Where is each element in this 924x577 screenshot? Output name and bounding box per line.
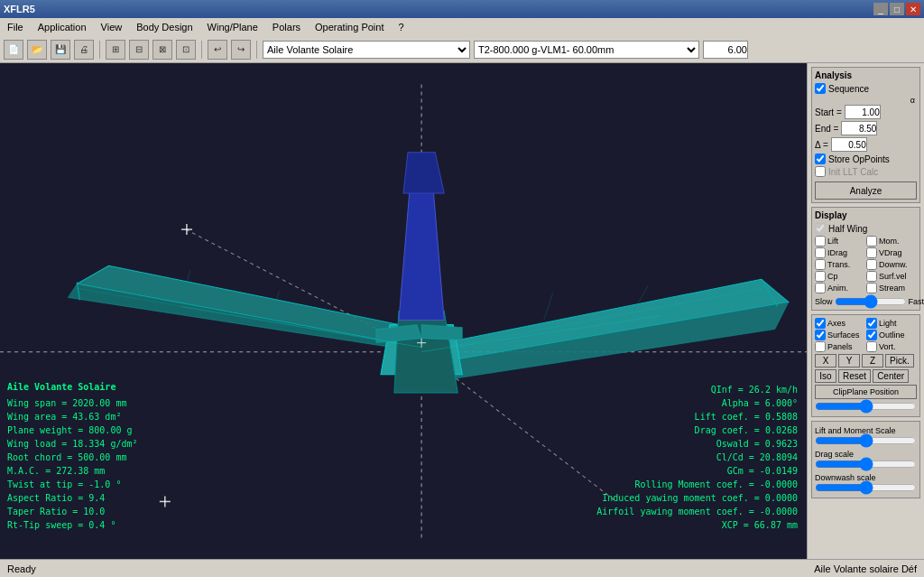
perf-overlay: QInf = 26.2 km/h Alpha = 6.000° Lift coe… bbox=[596, 383, 798, 532]
perf-line-10: XCP = 66.87 mm bbox=[596, 518, 798, 532]
surfvel-checkbox[interactable] bbox=[866, 271, 877, 282]
menu-help[interactable]: ? bbox=[394, 22, 407, 33]
outline-checkbox[interactable] bbox=[866, 330, 877, 340]
menu-view[interactable]: View bbox=[97, 22, 126, 33]
anim-label: Anim. bbox=[827, 284, 848, 293]
menu-body-design[interactable]: Body Design bbox=[133, 22, 196, 33]
sequence-checkbox[interactable] bbox=[815, 83, 826, 94]
info-title: Aile Volante Solaire bbox=[7, 380, 138, 394]
delta-row: Δ = bbox=[815, 137, 917, 152]
light-item: Light bbox=[866, 318, 917, 329]
perf-line-0: QInf = 26.2 km/h bbox=[596, 383, 798, 396]
center-button[interactable]: Center bbox=[873, 369, 909, 383]
info-line-3: Wing load = 18.334 g/dm² bbox=[7, 437, 138, 451]
end-input[interactable] bbox=[841, 121, 877, 135]
delta-input[interactable] bbox=[831, 137, 867, 152]
view-checkboxes: Axes Light Surfaces Outline Panels bbox=[815, 318, 917, 352]
btn5[interactable]: ⊞ bbox=[106, 40, 125, 60]
panels-item: Panels bbox=[815, 341, 865, 352]
vort-checkbox[interactable] bbox=[866, 341, 877, 352]
clipplane-slider[interactable] bbox=[815, 401, 917, 412]
cp-checkbox[interactable] bbox=[815, 271, 826, 282]
open-btn[interactable]: 📂 bbox=[27, 40, 47, 60]
downwash-slider[interactable] bbox=[815, 482, 917, 493]
clipplane-button[interactable]: ClipPlane Position bbox=[815, 385, 917, 399]
speed-slider[interactable] bbox=[835, 296, 907, 307]
perf-line-5: Cl/Cd = 20.8094 bbox=[596, 451, 798, 464]
alpha-input[interactable]: 6.00 bbox=[703, 41, 748, 59]
perf-line-8: Induced yawing moment coef. = 0.0000 bbox=[596, 491, 798, 505]
btn6[interactable]: ⊟ bbox=[129, 40, 149, 60]
status-bar: Ready Aile Volante solaire Déf bbox=[0, 559, 924, 577]
plane-select[interactable]: Aile Volante Solaire bbox=[263, 41, 470, 59]
info-line-6: Twist at tip = -1.0 ° bbox=[7, 478, 138, 491]
mom-checkbox[interactable] bbox=[866, 236, 877, 247]
fast-label: Fast bbox=[909, 297, 924, 306]
speed-slider-container: Slow Fast bbox=[815, 296, 917, 307]
window-controls: _ □ ✕ bbox=[873, 3, 920, 15]
stream-checkbox[interactable] bbox=[866, 283, 877, 293]
btn7[interactable]: ⊠ bbox=[152, 40, 172, 60]
print-btn[interactable]: 🖨 bbox=[74, 40, 94, 60]
title-bar: XFLR5 _ □ ✕ bbox=[0, 0, 924, 18]
display-group: Display Half Wing Lift Mom. IDrag bbox=[811, 207, 920, 311]
3d-viewport[interactable]: Aile Volante Solaire Wing span = 2020.00… bbox=[0, 63, 807, 559]
start-row: Start = bbox=[815, 105, 917, 119]
stream-item: Stream bbox=[866, 283, 917, 293]
analyze-button[interactable]: Analyze bbox=[815, 181, 917, 200]
analysis-select[interactable]: T2-800.000 g-VLM1- 60.00mm bbox=[474, 41, 699, 59]
lift-checkbox[interactable] bbox=[815, 236, 826, 247]
anim-checkbox[interactable] bbox=[815, 283, 826, 293]
half-wing-checkbox[interactable] bbox=[815, 223, 826, 234]
lift-moment-slider[interactable] bbox=[815, 435, 917, 446]
menu-application[interactable]: Application bbox=[34, 22, 90, 33]
menu-polars[interactable]: Polars bbox=[269, 22, 304, 33]
start-input[interactable] bbox=[845, 105, 881, 119]
surfaces-checkbox[interactable] bbox=[815, 330, 826, 340]
status-left: Ready bbox=[7, 563, 36, 574]
trans-checkbox[interactable] bbox=[815, 259, 826, 270]
btn8[interactable]: ⊡ bbox=[176, 40, 196, 60]
y-view-button[interactable]: Y bbox=[838, 354, 860, 368]
close-btn[interactable]: ✕ bbox=[906, 3, 920, 15]
pick-button[interactable]: Pick. bbox=[885, 354, 914, 368]
redo-btn[interactable]: ↪ bbox=[231, 40, 251, 60]
undo-btn[interactable]: ↩ bbox=[208, 40, 227, 60]
iso-button[interactable]: Iso bbox=[815, 369, 836, 383]
perf-line-3: Drag coef. = 0.0268 bbox=[596, 423, 798, 437]
maximize-btn[interactable]: □ bbox=[890, 3, 904, 15]
display-title: Display bbox=[815, 210, 917, 220]
x-view-button[interactable]: X bbox=[815, 354, 836, 368]
start-label: Start = bbox=[815, 107, 842, 117]
half-wing-label: Half Wing bbox=[828, 224, 867, 234]
perf-line-1: Alpha = 6.000° bbox=[596, 396, 798, 410]
info-line-1: Wing area = 43.63 dm² bbox=[7, 410, 138, 423]
z-view-button[interactable]: Z bbox=[862, 354, 883, 368]
menu-wing-plane[interactable]: Wing/Plane bbox=[204, 22, 262, 33]
menu-file[interactable]: File bbox=[4, 22, 27, 33]
svg-marker-14 bbox=[421, 325, 462, 340]
minimize-btn[interactable]: _ bbox=[873, 3, 888, 15]
trans-label: Trans. bbox=[827, 260, 850, 269]
init-llt-checkbox[interactable] bbox=[815, 166, 826, 177]
save-btn[interactable]: 💾 bbox=[51, 40, 70, 60]
downwash-checkbox[interactable] bbox=[866, 259, 877, 270]
store-op-row: Store OpPoints bbox=[815, 154, 917, 164]
vdrag-checkbox[interactable] bbox=[866, 247, 877, 258]
store-op-checkbox[interactable] bbox=[815, 154, 826, 164]
axes-checkbox[interactable] bbox=[815, 318, 826, 329]
menu-operating-point[interactable]: Operating Point bbox=[311, 22, 387, 33]
delta-label: Δ = bbox=[815, 140, 828, 150]
idrag-checkbox[interactable] bbox=[815, 247, 826, 258]
axes-item: Axes bbox=[815, 318, 865, 329]
panels-checkbox[interactable] bbox=[815, 341, 826, 352]
light-label: Light bbox=[879, 319, 897, 328]
init-llt-row: Init LLT Calc bbox=[815, 166, 917, 177]
alpha-symbol: α bbox=[815, 96, 915, 105]
drag-slider[interactable] bbox=[815, 459, 917, 470]
sequence-row: Sequence bbox=[815, 83, 917, 94]
info-overlay: Aile Volante Solaire Wing span = 2020.00… bbox=[7, 380, 138, 532]
light-checkbox[interactable] bbox=[866, 318, 877, 329]
reset-button[interactable]: Reset bbox=[838, 369, 871, 383]
new-btn[interactable]: 📄 bbox=[4, 40, 23, 60]
